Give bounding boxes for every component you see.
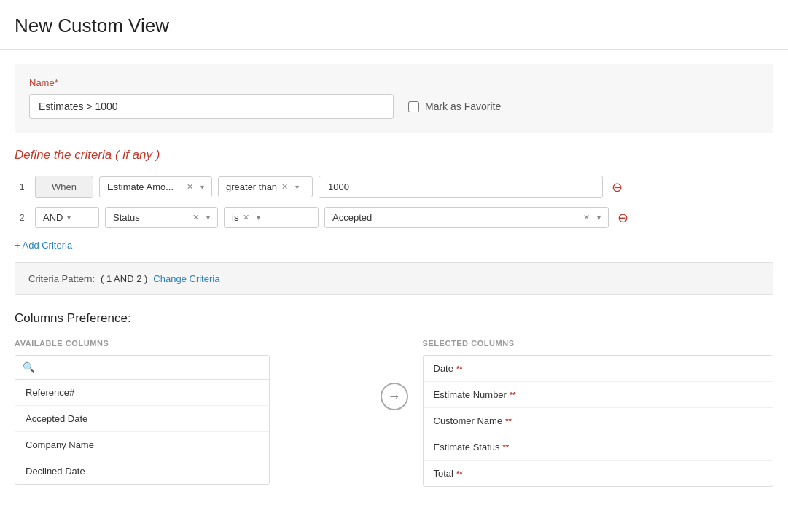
add-criteria-link[interactable]: + Add Criteria [15, 240, 72, 251]
available-item-accepted-date[interactable]: Accepted Date [15, 406, 269, 432]
field-dropdown-1[interactable]: Estimate Amo... ✕ ▾ [99, 176, 212, 197]
value-dropdown-2[interactable]: Accepted ✕ ▾ [324, 207, 609, 228]
value-clear-2[interactable]: ✕ [583, 213, 590, 222]
name-input[interactable] [29, 94, 394, 119]
transfer-button-area: → [366, 383, 423, 410]
available-item-reference[interactable]: Reference# [15, 380, 269, 406]
when-button[interactable]: When [35, 176, 93, 198]
main-content: Name* Mark as Favorite Define the criter… [0, 50, 788, 501]
remove-criteria-2[interactable]: ⊖ [615, 208, 631, 227]
operator-arrow-2: ▾ [257, 214, 260, 222]
selected-item-customer-name-label: Customer Name [434, 415, 503, 426]
field-label-1: Estimate Amo... [107, 181, 182, 192]
selected-item-customer-name[interactable]: Customer Name ** [424, 408, 773, 434]
field-clear-1[interactable]: ✕ [187, 182, 193, 192]
page-header: New Custom View [0, 0, 788, 50]
available-item-company-name[interactable]: Company Name [15, 432, 269, 458]
pattern-label: Criteria Pattern: [28, 273, 95, 284]
required-mark-date: ** [456, 364, 463, 373]
remove-criteria-1[interactable]: ⊖ [609, 178, 625, 197]
available-columns-section: AVAILABLE COLUMNS 🔍 Reference# Accepted … [15, 339, 366, 485]
selected-item-estimate-status-label: Estimate Status [434, 442, 500, 453]
available-columns-title: AVAILABLE COLUMNS [15, 339, 366, 348]
operator-dropdown-1[interactable]: greater than ✕ ▾ [218, 176, 313, 197]
criteria-row-2: 2 AND ▾ Status ✕ ▾ is ✕ ▾ Accepted ✕ ▾ ⊖ [15, 207, 773, 228]
selected-item-estimate-number-label: Estimate Number [434, 389, 507, 400]
operator-clear-1[interactable]: ✕ [281, 182, 288, 192]
required-mark-total: ** [456, 469, 463, 478]
row-num-1: 1 [15, 181, 29, 192]
operator-label-2: is [232, 212, 238, 223]
value-input-1[interactable] [319, 176, 603, 198]
condition-dropdown-2[interactable]: AND ▾ [35, 207, 99, 228]
page-title: New Custom View [15, 15, 773, 37]
field-label-2: Status [113, 212, 188, 223]
field-dropdown-2[interactable]: Status ✕ ▾ [105, 207, 218, 228]
value-label-2: Accepted [332, 212, 372, 223]
row-num-2: 2 [15, 212, 29, 223]
pattern-value: ( 1 AND 2 ) [101, 273, 147, 284]
name-label: Name* [29, 77, 759, 88]
column-search-input[interactable] [39, 362, 262, 373]
field-arrow-1: ▾ [200, 183, 204, 191]
favorite-row: Mark as Favorite [408, 101, 501, 112]
search-row: 🔍 [15, 356, 269, 380]
selected-item-date-label: Date [434, 363, 453, 374]
field-arrow-2: ▾ [206, 214, 210, 222]
selected-columns-title: SELECTED COLUMNS [423, 339, 774, 348]
search-icon: 🔍 [23, 361, 35, 373]
change-criteria-link[interactable]: Change Criteria [153, 273, 219, 284]
operator-arrow-1: ▾ [295, 183, 299, 191]
operator-dropdown-2[interactable]: is ✕ ▾ [224, 207, 319, 228]
selected-item-date[interactable]: Date ** [424, 356, 773, 382]
operator-clear-2[interactable]: ✕ [243, 213, 249, 222]
mark-as-favorite-checkbox[interactable] [408, 101, 419, 112]
available-columns-box: 🔍 Reference# Accepted Date Company Name … [15, 355, 270, 485]
criteria-section: Define the criteria ( if any ) 1 When Es… [15, 148, 773, 295]
name-row: Mark as Favorite [29, 94, 759, 119]
selected-columns-section: SELECTED COLUMNS Date ** Estimate Number… [423, 339, 774, 487]
selected-item-total[interactable]: Total ** [424, 461, 773, 486]
operator-label-1: greater than [226, 181, 277, 192]
condition-label-2: AND [43, 212, 63, 223]
selected-columns-box: Date ** Estimate Number ** Customer Name… [423, 355, 774, 487]
transfer-right-icon: → [388, 389, 401, 404]
condition-arrow-2: ▾ [67, 214, 71, 222]
criteria-title: Define the criteria ( if any ) [15, 148, 773, 163]
required-mark-estimate-number: ** [510, 391, 516, 399]
criteria-row-1: 1 When Estimate Amo... ✕ ▾ greater than … [15, 176, 773, 198]
selected-item-total-label: Total [434, 468, 453, 479]
available-item-declined-date[interactable]: Declined Date [15, 458, 269, 484]
required-mark-estimate-status: ** [503, 443, 510, 452]
columns-section: Columns Preference: AVAILABLE COLUMNS 🔍 … [15, 311, 773, 487]
value-arrow-2: ▾ [597, 214, 601, 222]
columns-container: AVAILABLE COLUMNS 🔍 Reference# Accepted … [15, 339, 773, 487]
required-mark-customer-name: ** [505, 417, 512, 426]
selected-item-estimate-status[interactable]: Estimate Status ** [424, 434, 773, 461]
columns-pref-title: Columns Preference: [15, 311, 773, 326]
name-section: Name* Mark as Favorite [15, 64, 773, 133]
field-clear-2[interactable]: ✕ [192, 213, 199, 222]
criteria-pattern-bar: Criteria Pattern: ( 1 AND 2 ) Change Cri… [15, 262, 773, 295]
selected-item-estimate-number[interactable]: Estimate Number ** [424, 382, 773, 408]
transfer-right-button[interactable]: → [381, 383, 408, 410]
mark-as-favorite-label[interactable]: Mark as Favorite [425, 101, 501, 112]
